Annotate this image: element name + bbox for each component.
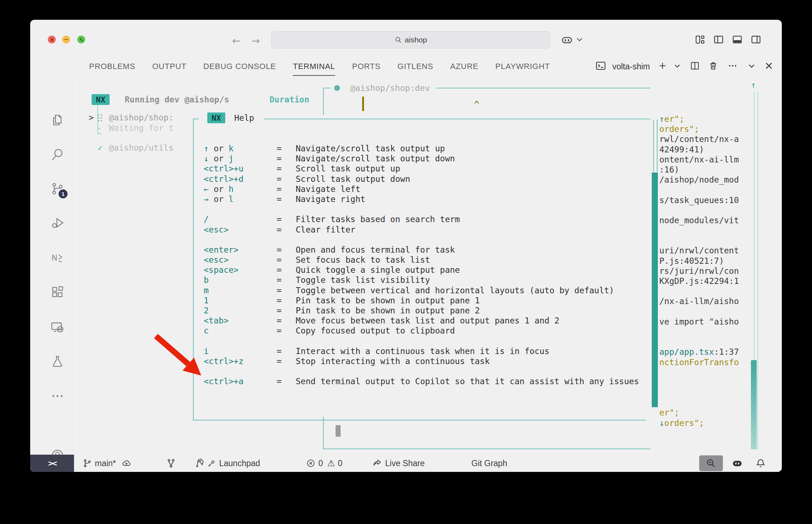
errors-count: 0: [318, 459, 323, 468]
terminal-output-line: [659, 327, 739, 337]
search-value: aishop: [405, 36, 427, 44]
tab-ports[interactable]: PORTS: [352, 56, 380, 77]
terminal-output-line: s/task_queues:10: [659, 196, 739, 206]
help-description: Toggle between vertical and horizontal l…: [296, 286, 614, 296]
more-actions-button[interactable]: [727, 61, 738, 72]
scm-badge: 1: [59, 189, 68, 198]
equals-sign: =: [277, 265, 296, 275]
new-terminal-button[interactable]: [658, 61, 668, 72]
terminal-content[interactable]: NX Running dev @aishop/s Duration > @ais…: [72, 77, 782, 455]
tab-output[interactable]: OUTPUT: [152, 56, 186, 77]
help-description: Navigate right: [296, 194, 365, 204]
output-pane-title-rule: [437, 88, 650, 88]
toggle-panel-icon[interactable]: [732, 34, 743, 46]
remote-indicator[interactable]: ><: [30, 455, 74, 472]
minimize-window-button[interactable]: [62, 36, 70, 43]
launchpad-label: Launchpad: [219, 459, 260, 468]
search-sidebar-icon[interactable]: [50, 147, 65, 162]
tab-gitlens[interactable]: GITLENS: [397, 56, 433, 77]
git-branch-item[interactable]: main*: [83, 459, 132, 468]
equals-sign: =: [277, 245, 296, 255]
remote-explorer-icon[interactable]: [50, 320, 65, 335]
help-row: 1=Pin task to be shown in output pane 1: [204, 296, 639, 306]
terminal-instance-name[interactable]: volta-shim: [612, 62, 650, 72]
output-pane-left-border-bottom: [323, 417, 324, 449]
output-pane-status-dot: [334, 85, 340, 91]
equals-sign: =: [277, 225, 296, 235]
equals-sign: =: [277, 306, 296, 316]
screenshot-stage: ← → aishop: [0, 0, 812, 524]
source-control-icon[interactable]: 1: [50, 181, 65, 196]
help-row: [204, 204, 639, 215]
help-description: Move focus between task list and output …: [296, 316, 559, 326]
tab-playwright[interactable]: PLAYWRIGHT: [495, 56, 550, 77]
copilot-icon[interactable]: [561, 34, 573, 47]
close-window-button[interactable]: [48, 36, 56, 43]
equals-sign: =: [277, 164, 296, 174]
terminal-output-line: [659, 388, 739, 398]
running-task-title: Running dev @aishop/s: [125, 94, 229, 105]
equals-sign: =: [277, 296, 296, 306]
copilot-status-icon[interactable]: [731, 458, 744, 471]
inner-scroll-track[interactable]: [653, 120, 658, 172]
rocket-icon: [195, 458, 206, 469]
inner-scroll-thumb[interactable]: [652, 173, 658, 407]
close-panel-button[interactable]: [765, 61, 773, 72]
command-center-search[interactable]: aishop: [271, 31, 550, 49]
tab-debug-console[interactable]: DEBUG CONSOLE: [203, 56, 276, 77]
help-title: Help: [234, 112, 254, 123]
notifications-bell-icon[interactable]: [755, 458, 766, 471]
help-description: Open and focus terminal for task: [296, 245, 455, 255]
help-row: <esc>=Clear filter: [204, 225, 639, 235]
equals-sign: =: [277, 174, 296, 184]
run-debug-icon[interactable]: [50, 216, 65, 230]
help-row: <ctrl>+u=Scroll task output up: [204, 164, 639, 174]
split-terminal-button[interactable]: [690, 61, 700, 72]
extensions-icon[interactable]: [50, 285, 65, 299]
explorer-icon[interactable]: [50, 113, 65, 127]
nx-console-icon[interactable]: [50, 250, 65, 265]
help-key: <esc>: [204, 225, 277, 235]
terminal-dropdown-chevron[interactable]: [674, 62, 681, 71]
tab-problems[interactable]: PROBLEMS: [89, 56, 135, 77]
customize-layout-icon[interactable]: [695, 34, 705, 46]
help-nx-badge: NX: [207, 112, 225, 123]
help-description: Set focus back to task list: [296, 255, 430, 265]
live-share-item[interactable]: Live Share: [372, 458, 425, 468]
help-row: i=Interact with a continuous task when i…: [204, 346, 639, 357]
scroll-up-hint[interactable]: ↑: [751, 80, 756, 89]
git-graph-compare-item[interactable]: [166, 458, 176, 468]
live-share-icon: [372, 458, 382, 468]
testing-icon[interactable]: [50, 354, 65, 369]
terminal-output-line: [659, 337, 739, 347]
red-annotation-arrow: [138, 323, 217, 385]
panel-header-actions: volta-shim: [595, 56, 773, 77]
panel-maximize-chevron[interactable]: [748, 62, 756, 71]
tab-terminal[interactable]: TERMINAL: [293, 56, 335, 77]
help-key: 1: [204, 296, 277, 306]
terminal-output-line: rwl/content/nx-a: [659, 134, 739, 144]
nav-back-icon[interactable]: ←: [232, 35, 240, 47]
help-description: Navigate/scroll task output up: [296, 144, 445, 154]
task-utils-name[interactable]: @aishop/utils: [109, 143, 174, 153]
problems-item[interactable]: 0 ⚠ 0: [306, 458, 342, 468]
outer-scroll-thumb[interactable]: [751, 360, 757, 449]
help-key: m: [204, 286, 277, 296]
help-description: Send terminal output to Copilot so that …: [296, 377, 639, 387]
terminal-output-line: node_modules/vit: [659, 216, 739, 226]
copilot-chevron-icon[interactable]: [576, 37, 583, 43]
help-rows: ↑ or k=Navigate/scroll task output up↓ o…: [204, 144, 639, 387]
additional-views-icon[interactable]: [50, 389, 65, 403]
toggle-sidebar-icon[interactable]: [713, 34, 724, 46]
duration-column-label: Duration: [269, 94, 309, 105]
nav-forward-icon[interactable]: →: [252, 35, 260, 47]
toggle-secondary-sidebar-icon[interactable]: [751, 34, 761, 46]
git-graph-item[interactable]: Git Graph: [471, 459, 507, 468]
help-box-top-stub: [193, 119, 199, 119]
zoom-window-button[interactable]: [77, 36, 85, 43]
kill-terminal-button[interactable]: [708, 61, 718, 72]
launchpad-item[interactable]: Launchpad: [195, 458, 260, 469]
task-shop-name[interactable]: @aishop/shop:: [109, 112, 174, 123]
tab-azure[interactable]: AZURE: [450, 56, 479, 77]
zoom-out-button[interactable]: [699, 455, 723, 471]
